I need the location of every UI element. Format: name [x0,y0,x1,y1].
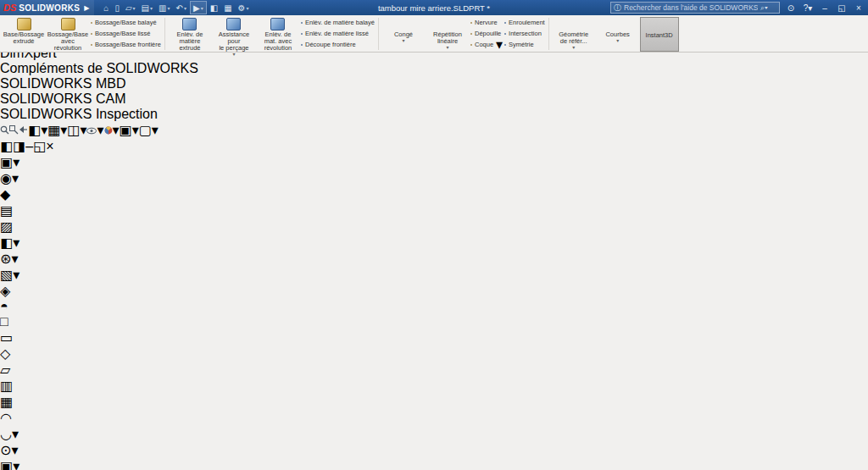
side-tool-icon-11[interactable]: ◓ [0,299,868,314]
side-tool-icon-17[interactable]: ▥ [0,378,868,394]
tab-solidworks-mbd[interactable]: SOLIDWORKS MBD [0,76,868,91]
dropdown-arrow-icon[interactable]: ▾ [97,123,103,137]
help-search[interactable]: ⓘ ⌕▾ [610,2,780,14]
dropdown-arrow-icon[interactable]: ▾ [201,5,203,11]
dropdown-arrow-icon[interactable]: ▾ [13,155,19,169]
cut-loft-button[interactable]: Enlèv. de matière lissé [301,28,375,39]
dropdown-arrow-icon[interactable]: ▾ [446,45,448,50]
section-view-icon[interactable]: ◧▾ [28,123,47,137]
dropdown-arrow-icon[interactable]: ▾ [572,45,575,50]
side-tool-icon-9[interactable]: ◈ [0,283,868,299]
fillet-button[interactable]: Congé▾ [381,17,426,43]
wrap-button[interactable]: Enroulement [504,17,545,28]
dropdown-arrow-icon[interactable]: ▾ [168,5,170,11]
dropdown-arrow-icon[interactable]: ▾ [12,171,19,185]
mirror-button[interactable]: Symétrie [504,39,545,50]
side-tool-icon-3[interactable]: ◆ [0,186,868,202]
help-icon[interactable]: ?▾ [802,3,814,13]
display-style-icon[interactable]: ◫▾ [67,123,86,137]
user-icon[interactable]: ⊙ [785,3,797,13]
side-tool-icon-19[interactable]: ◠ [0,410,868,426]
side-tool-icon-5[interactable]: ▨ [0,218,868,235]
side-tool-icon-14[interactable]: ◇ [0,346,868,362]
side-tool-icon-0[interactable]: ▣▾ [0,154,868,170]
search-input[interactable] [624,3,758,12]
pane-right-icon[interactable]: ◨ [13,139,25,153]
boss-extrude-button[interactable]: Base/Bossageextrudé [2,17,46,45]
view-settings-icon[interactable]: ▢▾ [139,123,159,137]
dropdown-arrow-icon[interactable]: ▾ [13,268,19,282]
previous-view-icon[interactable] [19,123,28,137]
doc-restore-icon[interactable]: ◱ [33,139,46,153]
side-tool-icon-21[interactable]: ⊙▾ [0,442,868,458]
task-panes-icon[interactable]: ▦ [221,1,234,14]
boss-revolve-button[interactable]: Bossage/Baseavecrévolution [46,17,90,52]
tab-solidworks-cam[interactable]: SOLIDWORKS CAM [0,91,868,107]
boss-boundary-button[interactable]: Bossage/Base frontière [91,39,161,50]
pane-left-icon[interactable]: ◧ [0,139,13,153]
minimize-icon[interactable]: – [819,3,831,13]
dropdown-arrow-icon[interactable]: ▾ [13,459,19,470]
save-icon[interactable]: ▤▾ [139,1,155,14]
linear-pattern-button[interactable]: Répétitionlinéaire▾ [426,17,470,50]
restore-icon[interactable]: ◱ [836,3,848,13]
toggle-colors-icon[interactable]: ◧ [208,1,220,14]
shell-button[interactable]: Coque▾ [470,39,503,50]
logo-expander-icon[interactable]: ▶ [84,4,89,12]
dropdown-arrow-icon[interactable]: ▾ [150,5,153,11]
apply-scene-icon[interactable]: ▣▾ [120,123,139,137]
doc-minimize-icon[interactable]: – [25,139,33,153]
dropdown-arrow-icon[interactable]: ▾ [113,123,120,137]
boss-sweep-button[interactable]: Bossage/Base balayé [91,17,161,28]
side-tool-icon-4[interactable]: ▤ [0,202,868,218]
side-tool-icon-6[interactable]: ◧▾ [0,235,868,251]
close-icon[interactable]: × [853,3,865,13]
zoom-fit-icon[interactable] [0,123,9,137]
zoom-area-icon[interactable] [9,123,19,137]
dropdown-arrow-icon[interactable]: ▾ [496,36,503,53]
boss-loft-button[interactable]: Bossage/Base lissé [91,28,161,39]
print-icon[interactable]: ▥▾ [156,1,172,14]
new-document-icon[interactable]: ▯ [112,1,122,14]
home-icon[interactable]: ⌂ [101,1,111,14]
open-icon[interactable]: ▱▾ [123,1,138,14]
hole-wizard-button[interactable]: Assistance pourle perçage▾ [212,17,256,57]
curves-button[interactable]: Courbes▾ [596,17,640,43]
options-icon[interactable]: ⚙▾ [236,1,252,14]
intersect-button[interactable]: Intersection [504,28,545,39]
dropdown-arrow-icon[interactable]: ▾ [402,38,404,43]
instant3d-button[interactable]: Instant3D [640,17,679,52]
reference-geometry-button[interactable]: Géométriede référ...▾ [552,17,596,50]
dropdown-arrow-icon[interactable]: ▾ [133,5,136,11]
dropdown-arrow-icon[interactable]: ▾ [184,5,186,11]
tab-compl-ments-de-solidworks[interactable]: Compléments de SOLIDWORKS [0,61,868,76]
cut-boundary-button[interactable]: Découpe frontière [301,39,375,50]
cut-extrude-button[interactable]: Enlèv. dematièreextrudé [168,17,212,52]
dropdown-arrow-icon[interactable]: ▾ [12,427,19,441]
side-tool-icon-15[interactable]: ▱ [0,362,868,378]
side-tool-icon-12[interactable]: □ [0,314,868,329]
dropdown-arrow-icon[interactable]: ▾ [13,235,19,250]
view-orientation-icon[interactable]: ▦▾ [47,123,67,137]
side-tool-icon-18[interactable]: ▦ [0,394,868,410]
side-tool-icon-22[interactable]: ▣▾ [0,458,868,470]
dropdown-arrow-icon[interactable]: ▾ [11,443,18,457]
doc-close-icon[interactable]: × [46,139,53,153]
dropdown-arrow-icon[interactable]: ▾ [152,123,159,137]
side-tool-icon-20[interactable]: ◡▾ [0,426,868,442]
dropdown-arrow-icon[interactable]: ▾ [616,38,619,43]
rib-button[interactable]: Nervure [470,17,503,28]
side-tool-icon-7[interactable]: ⊛▾ [0,251,868,267]
dropdown-arrow-icon[interactable]: ▾ [232,52,235,57]
side-tool-icon-8[interactable]: ▧▾ [0,267,868,283]
dropdown-arrow-icon[interactable]: ▾ [247,5,249,11]
side-tool-icon-13[interactable]: ▭ [0,329,868,346]
select-icon[interactable]: ▶▾ [190,1,207,14]
edit-appearance-icon[interactable]: ▾ [104,123,120,137]
tab-solidworks-inspection[interactable]: SOLIDWORKS Inspection [0,107,868,122]
dropdown-arrow-icon[interactable]: ▾ [41,123,47,137]
search-icon[interactable]: ⌕▾ [760,3,768,13]
side-tool-icon-1[interactable]: ◉▾ [0,170,868,186]
undo-icon[interactable]: ↶▾ [174,1,189,14]
hide-show-items-icon[interactable]: ▾ [86,123,103,137]
